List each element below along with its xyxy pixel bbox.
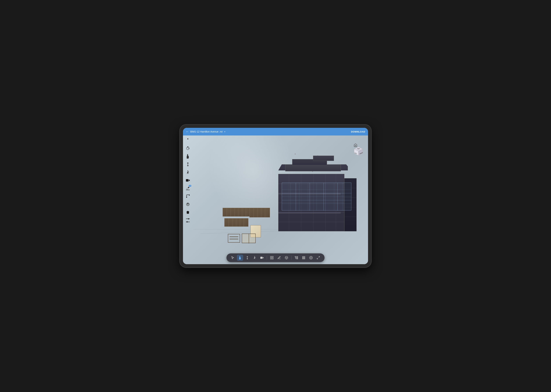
svg-rect-49	[297, 257, 298, 257]
explode-tool-btn[interactable]	[269, 255, 275, 261]
svg-rect-42	[260, 257, 263, 259]
markup-tool[interactable]	[185, 194, 191, 199]
svg-point-41	[254, 256, 255, 257]
viewport-3d[interactable]: ✦ ✦ ✦ ✦ ✦	[183, 135, 368, 264]
svg-marker-22	[188, 138, 188, 139]
top-bar: ← BIM1-12 Hamilton Avenue .rvt ▾ DOWNLOA…	[183, 128, 368, 135]
pan-tool[interactable]	[185, 154, 191, 159]
rooftop-hvac	[313, 156, 334, 161]
svg-rect-55	[302, 257, 305, 257]
camera-tool-btn[interactable]	[259, 255, 265, 261]
wireframe-overlay	[282, 183, 351, 210]
nav-cube[interactable]: TOP LEFT FRONT	[352, 146, 364, 158]
svg-rect-50	[297, 257, 298, 258]
svg-marker-34	[188, 204, 188, 206]
svg-point-27	[188, 170, 188, 171]
measure-tool[interactable]	[185, 186, 191, 191]
roof-top	[285, 164, 341, 171]
left-toolbar	[183, 135, 193, 264]
settings-tool-btn[interactable]	[308, 255, 314, 261]
select-tool-btn[interactable]	[230, 255, 236, 261]
delete-tool[interactable]	[185, 210, 191, 215]
orbit-tool[interactable]	[185, 138, 191, 143]
svg-rect-57	[302, 259, 305, 259]
zoom-tool[interactable]	[185, 161, 191, 167]
svg-rect-28	[186, 179, 188, 182]
building-scene	[254, 159, 362, 250]
svg-marker-39	[232, 257, 234, 259]
scatter-mark: ✦	[294, 153, 296, 155]
svg-rect-45	[271, 258, 272, 259]
svg-text:TOP: TOP	[357, 148, 360, 149]
svg-line-60	[317, 258, 318, 259]
fullscreen-tool-btn[interactable]	[315, 255, 321, 261]
svg-rect-56	[302, 257, 305, 258]
walk-tool-btn[interactable]	[251, 255, 258, 261]
main-content: ✦ ✦ ✦ ✦ ✦	[183, 135, 368, 264]
svg-rect-46	[272, 258, 273, 259]
svg-point-58	[311, 257, 312, 258]
camera-tool[interactable]	[185, 178, 191, 183]
compass-tool[interactable]	[185, 202, 191, 207]
svg-marker-33	[188, 203, 188, 204]
cube-tool-btn[interactable]	[283, 255, 290, 261]
pen-tool-btn[interactable]	[276, 255, 282, 261]
file-title: BIM1-12 Hamilton Avenue .rvt	[190, 130, 223, 133]
svg-point-24	[188, 147, 188, 147]
pan-tool-btn[interactable]	[237, 255, 243, 261]
svg-line-59	[319, 257, 320, 258]
svg-rect-29	[186, 190, 190, 190]
layers-tool-btn[interactable]	[300, 255, 307, 261]
zoom-tool-btn[interactable]	[244, 255, 251, 261]
building-main	[278, 164, 351, 234]
top-bar-left: ← BIM1-12 Hamilton Avenue .rvt ▾	[186, 130, 225, 133]
tablet-screen: ← BIM1-12 Hamilton Avenue .rvt ▾ DOWNLOA…	[183, 128, 368, 264]
svg-rect-48	[295, 257, 296, 257]
svg-rect-51	[297, 259, 298, 259]
svg-rect-44	[272, 256, 273, 258]
settings-tool[interactable]	[185, 217, 191, 223]
rotate-tool[interactable]	[185, 146, 191, 151]
tree-tool-btn[interactable]	[293, 255, 300, 261]
back-button[interactable]: ←	[186, 130, 189, 133]
title-dropdown[interactable]: ▾	[224, 131, 225, 133]
tablet-frame: ← BIM1-12 Hamilton Avenue .rvt ▾ DOWNLOA…	[180, 125, 371, 267]
download-button[interactable]: DOWNLOAD	[351, 130, 365, 133]
svg-rect-43	[271, 256, 272, 258]
bottom-toolbar	[226, 253, 325, 262]
walk-tool[interactable]	[185, 169, 191, 175]
